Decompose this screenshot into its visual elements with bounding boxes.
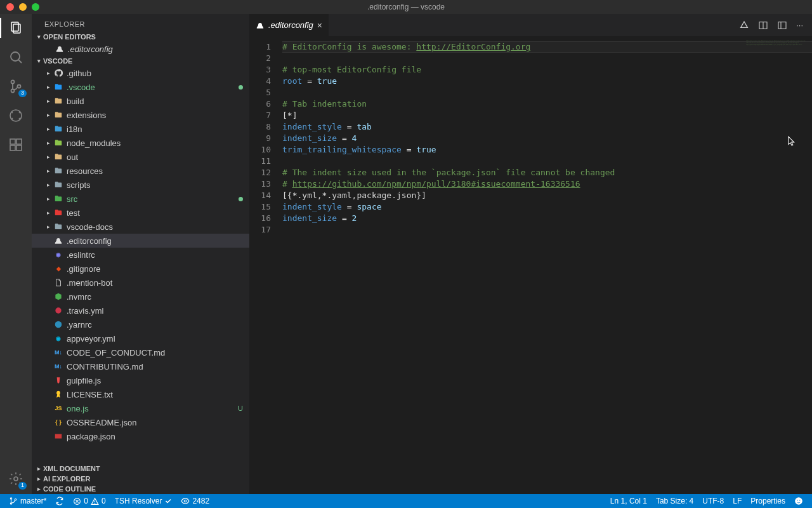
folder-item[interactable]: ▸.vscode [32, 80, 249, 94]
code-editor[interactable]: 1234567891011121314151617 # EditorConfig… [249, 36, 812, 494]
folder-item[interactable]: ▸scripts [32, 178, 249, 192]
tree-item-label: .travis.yml [67, 306, 243, 316]
tab-editorconfig[interactable]: .editorconfig × [249, 14, 329, 36]
section-xml[interactable]: ▸ XML DOCUMENT [32, 464, 249, 474]
section-open-editors[interactable]: ▾ OPEN EDITORS [32, 32, 249, 42]
sync-item[interactable] [53, 497, 67, 505]
explorer-icon[interactable] [7, 19, 25, 37]
folder-item[interactable]: ▸node_modules [32, 136, 249, 150]
chevron-right-icon: ▸ [44, 182, 52, 188]
code-line[interactable]: # https://github.com/npm/npm/pull/3180#i… [282, 178, 812, 190]
code-line[interactable]: indent_style = tab [282, 121, 812, 133]
code-line[interactable]: indent_size = 2 [282, 213, 812, 224]
folder-item[interactable]: ▸vscode-docs [32, 220, 249, 234]
format-icon[interactable] [739, 20, 749, 30]
folder-item[interactable]: ▸i18n [32, 122, 249, 136]
section-ai[interactable]: ▸ AI EXPLORER [32, 474, 249, 484]
file-item[interactable]: package.json [32, 429, 249, 443]
file-item[interactable]: ◉appveyor.yml [32, 331, 249, 345]
file-item[interactable]: .yarnrc [32, 318, 249, 331]
svg-rect-0 [11, 22, 18, 31]
folder-item[interactable]: ▸src [32, 192, 249, 206]
code-line[interactable] [282, 156, 812, 167]
tree-item-label: .yarnrc [67, 320, 243, 330]
section-label: OPEN EDITORS [43, 33, 96, 41]
code-line[interactable]: root = true [282, 76, 812, 87]
debug-icon[interactable] [7, 107, 25, 124]
file-item[interactable]: M↓CODE_OF_CONDUCT.md [32, 345, 249, 359]
folder-item[interactable]: ▸build [32, 94, 249, 108]
folder-item[interactable]: ▸resources [32, 164, 249, 178]
file-item[interactable]: ◉.eslintrc [32, 248, 249, 262]
code-line[interactable]: # The indent size used in the `package.j… [282, 167, 812, 178]
search-icon[interactable] [7, 48, 25, 66]
tree-item-label: .gitignore [67, 264, 243, 274]
code-line[interactable] [282, 53, 812, 64]
tree-item-label: build [67, 97, 243, 106]
code-line[interactable]: indent_size = 4 [282, 133, 812, 144]
folder-gray-icon [53, 166, 63, 176]
branch-item[interactable]: master* [6, 497, 49, 505]
tabsize-item[interactable]: Tab Size: 4 [653, 497, 696, 505]
code-content[interactable]: # EditorConfig is awesome: http://Editor… [282, 36, 812, 494]
tree-item-label: one.js [67, 404, 235, 413]
language-item[interactable]: Properties [748, 497, 788, 505]
code-line[interactable]: # top-most EditorConfig file [282, 64, 812, 76]
file-item[interactable]: .mention-bot [32, 276, 249, 290]
folder-item[interactable]: ▸.github [32, 66, 249, 80]
feedback-icon[interactable] [792, 497, 806, 505]
tree-item-label: vscode-docs [67, 222, 243, 232]
resolver-item[interactable]: TSH Resolver [112, 497, 175, 505]
file-item[interactable]: .travis.yml [32, 304, 249, 318]
file-item[interactable]: M↓CONTRIBUTING.md [32, 359, 249, 373]
code-line[interactable]: # Tab indentation [282, 98, 812, 110]
svg-rect-12 [16, 145, 22, 150]
code-line[interactable]: [*] [282, 110, 812, 121]
scm-icon[interactable]: 3 [7, 77, 25, 95]
code-line[interactable]: # EditorConfig is awesome: http://Editor… [282, 41, 812, 53]
code-line[interactable] [282, 87, 812, 98]
file-item[interactable]: .nvmrc [32, 290, 249, 304]
lncol-item[interactable]: Ln 1, Col 1 [608, 497, 650, 505]
counter-item[interactable]: 2482 [178, 497, 212, 505]
settings-icon[interactable]: 1 [7, 470, 25, 488]
close-icon[interactable]: × [317, 20, 322, 30]
line-numbers: 1234567891011121314151617 [249, 36, 282, 494]
js-icon: JS [53, 403, 63, 413]
file-item[interactable]: .editorconfig [32, 234, 249, 248]
section-label: CODE OUTLINE [43, 485, 96, 493]
github-icon [53, 68, 63, 78]
code-line[interactable]: trim_trailing_whitespace = true [282, 144, 812, 156]
svg-point-2 [11, 52, 20, 61]
svg-rect-17 [55, 434, 62, 439]
file-item[interactable]: gulpfile.js [32, 373, 249, 387]
chevron-right-icon: ▸ [44, 126, 52, 132]
file-item[interactable]: JSone.jsU [32, 401, 249, 415]
tree-item-label: test [67, 208, 243, 218]
editorconfig-icon [55, 44, 65, 54]
open-editor-item[interactable]: .editorconfig [32, 42, 249, 56]
section-label: VSCODE [43, 57, 72, 65]
code-line[interactable] [282, 224, 812, 236]
split-icon[interactable] [758, 20, 768, 30]
file-item[interactable]: ◆.gitignore [32, 262, 249, 276]
eol-item[interactable]: LF [730, 497, 744, 505]
folder-item[interactable]: ▸out [32, 150, 249, 164]
section-outline[interactable]: ▸ CODE OUTLINE [32, 484, 249, 494]
svg-point-23 [10, 503, 11, 504]
code-line[interactable]: [{*.yml,*.yaml,package.json}] [282, 190, 812, 201]
code-line[interactable]: indent_style = space [282, 201, 812, 213]
svg-point-4 [11, 81, 15, 84]
section-workspace[interactable]: ▾ VSCODE [32, 56, 249, 66]
file-item[interactable]: { }OSSREADME.json [32, 415, 249, 429]
more-icon[interactable]: ··· [796, 20, 803, 30]
file-item[interactable]: LICENSE.txt [32, 387, 249, 401]
encoding-item[interactable]: UTF-8 [700, 497, 726, 505]
tree-item-label: .vscode [67, 83, 236, 92]
problems-item[interactable]: 0 0 [70, 497, 108, 505]
folder-item[interactable]: ▸test [32, 206, 249, 220]
folder-item[interactable]: ▸extensions [32, 108, 249, 122]
layout-icon[interactable] [777, 20, 787, 30]
extensions-icon[interactable] [7, 136, 25, 154]
svg-point-29 [95, 503, 95, 504]
